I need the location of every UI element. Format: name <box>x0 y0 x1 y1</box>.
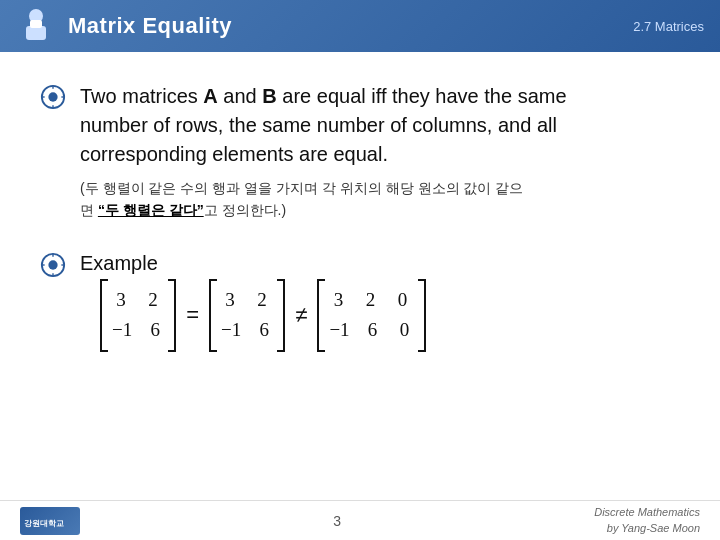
m2-r2-c1: −1 <box>221 315 241 345</box>
matrix-1-row-2: −1 6 <box>112 315 164 345</box>
definition-main: Two matrices A and B are equal iff they … <box>80 82 670 169</box>
not-equal-operator: ≠ <box>295 302 307 328</box>
definition-bullet: Two matrices A and B are equal iff they … <box>40 82 670 222</box>
bullet-icon <box>40 84 66 114</box>
m2-r1-c1: 3 <box>221 285 239 315</box>
matrix-2-row-2: −1 6 <box>221 315 273 345</box>
example-label: Example <box>80 252 426 275</box>
m3-r1-c1: 3 <box>329 285 347 315</box>
university-logo-icon: 강원대학교 <box>20 507 80 535</box>
example-bullet-icon <box>40 252 66 282</box>
text-A: A <box>203 85 217 107</box>
main-content: Two matrices A and B are equal iff they … <box>0 52 720 372</box>
m1-r2-c1: −1 <box>112 315 132 345</box>
matrix-area: 3 2 −1 6 = 3 2 <box>100 279 426 352</box>
matrix-3-row-1: 3 2 0 <box>329 285 413 315</box>
header: Matrix Equality 2.7 Matrices <box>0 0 720 52</box>
bracket-right-2 <box>277 279 285 352</box>
matrix-3: 3 2 0 −1 6 0 <box>317 279 425 352</box>
m1-r1-c1: 3 <box>112 285 130 315</box>
page-number: 3 <box>333 513 341 529</box>
svg-text:강원대학교: 강원대학교 <box>24 519 64 528</box>
matrix-1-row-1: 3 2 <box>112 285 164 315</box>
equal-operator: = <box>186 302 199 328</box>
bracket-left-2 <box>209 279 217 352</box>
svg-rect-1 <box>26 26 46 40</box>
matrix-1: 3 2 −1 6 <box>100 279 176 352</box>
matrix-3-row-2: −1 6 0 <box>329 315 413 345</box>
korean-line2-suffix: 고 정의한다.) <box>204 202 286 218</box>
bracket-left-1 <box>100 279 108 352</box>
text-B: B <box>262 85 276 107</box>
section-label: 2.7 Matrices <box>633 19 704 34</box>
text-two-matrices: Two matrices <box>80 85 203 107</box>
footer-credit: Discrete Mathematics by Yang-Sae Moon <box>594 505 700 536</box>
matrix-2: 3 2 −1 6 <box>209 279 285 352</box>
credit-line2: by Yang-Sae Moon <box>607 522 700 534</box>
example-content: Example 3 2 −1 6 = <box>80 250 426 352</box>
text-equal-iff: are equal iff they have the same <box>277 85 567 107</box>
svg-point-10 <box>48 260 57 269</box>
bracket-right-3 <box>418 279 426 352</box>
korean-line1: (두 행렬이 같은 수의 행과 열을 가지며 각 위치의 해당 원소의 값이 같… <box>80 180 523 196</box>
footer-logo: 강원대학교 <box>20 507 80 535</box>
bracket-right-1 <box>168 279 176 352</box>
text-and: and <box>218 85 262 107</box>
bracket-left-3 <box>317 279 325 352</box>
m3-r2-c1: −1 <box>329 315 349 345</box>
page-title: Matrix Equality <box>68 13 232 39</box>
m3-r2-c2: 6 <box>364 315 382 345</box>
footer: 강원대학교 3 Discrete Mathematics by Yang-Sae… <box>0 500 720 540</box>
korean-description: (두 행렬이 같은 수의 행과 열을 가지며 각 위치의 해당 원소의 값이 같… <box>80 177 670 222</box>
svg-point-4 <box>48 92 57 101</box>
m3-r2-c3: 0 <box>396 315 414 345</box>
matrix-2-row-1: 3 2 <box>221 285 273 315</box>
m1-r1-c2: 2 <box>144 285 162 315</box>
m2-r2-c2: 6 <box>255 315 273 345</box>
header-logo-icon <box>16 6 56 46</box>
svg-rect-2 <box>30 20 42 28</box>
korean-bold-text: “두 행렬은 같다” <box>98 202 204 218</box>
m3-r1-c3: 0 <box>393 285 411 315</box>
credit-line1: Discrete Mathematics <box>594 506 700 518</box>
m1-r2-c2: 6 <box>146 315 164 345</box>
example-section: Example 3 2 −1 6 = <box>40 250 670 352</box>
m3-r1-c2: 2 <box>361 285 379 315</box>
definition-text: Two matrices A and B are equal iff they … <box>80 82 670 222</box>
text-line3: corresponding elements are equal. <box>80 143 388 165</box>
korean-line2-prefix: 면 <box>80 202 98 218</box>
m2-r1-c2: 2 <box>253 285 271 315</box>
text-line2: number of rows, the same number of colum… <box>80 114 557 136</box>
